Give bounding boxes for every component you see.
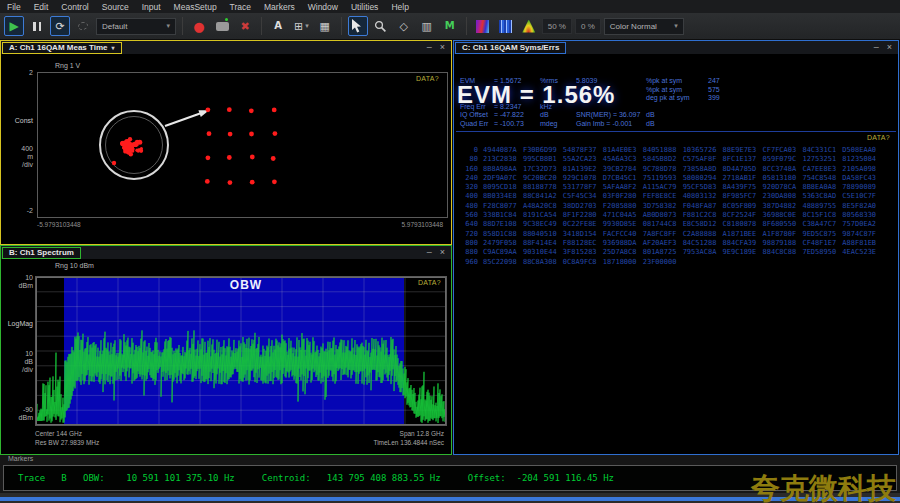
window-a-scale-unit: m — [3, 153, 33, 160]
window-c-data-flag: DATA? — [867, 134, 890, 141]
close-icon[interactable]: × — [440, 43, 445, 52]
window-a-range-label: Rng 1 V — [55, 62, 80, 69]
record-icon[interactable]: ● — [189, 16, 209, 36]
menu-source[interactable]: Source — [102, 2, 129, 12]
spectrum-plot-area[interactable] — [35, 276, 447, 426]
band-bars-icon[interactable]: ▥ — [417, 16, 437, 36]
tab-window-b[interactable]: B: Ch1 Spectrum — [2, 247, 81, 259]
select-cursor-icon[interactable] — [348, 16, 368, 36]
summary-divider — [456, 131, 896, 132]
symbol-table-row: 1608B8A98AA 17C32D73 81A139E2 39CB2784 9… — [460, 165, 896, 174]
waterfall-icon[interactable] — [496, 16, 516, 36]
window-b-data-flag: DATA? — [418, 279, 441, 286]
symbol-table-row: 2402DF9A07C 9C20BC20 929C1078 D7CB45C1 7… — [460, 174, 896, 183]
preset-select-label: Default — [102, 22, 127, 31]
pause-icon[interactable] — [27, 16, 47, 36]
chevron-down-icon: ▾ — [112, 44, 115, 51]
lasso-icon[interactable] — [73, 16, 93, 36]
evm-overlay-readout: EVM = 1.56% — [457, 81, 615, 109]
menu-meassetup[interactable]: MeasSetup — [174, 2, 217, 12]
res-bw-readout: Res BW 27.9839 MHz — [35, 439, 99, 446]
zoom-cursor-icon[interactable] — [371, 16, 391, 36]
color-mode-select-label: Color Normal — [610, 22, 657, 31]
window-b-trace-label: LogMag — [3, 320, 33, 327]
window-b-scale-unit: dB — [3, 358, 33, 365]
window-c-titlebar: C: Ch1 16QAM Syms/Errs – × — [454, 41, 898, 54]
menu-file[interactable]: File — [7, 2, 21, 12]
tab-window-c[interactable]: C: Ch1 16QAM Syms/Errs — [455, 42, 566, 54]
menu-markers[interactable]: Markers — [264, 2, 295, 12]
colormap-icon[interactable] — [519, 16, 539, 36]
window-a-ytop: 2 — [3, 69, 33, 76]
window-b-scale-per: /div — [3, 366, 33, 373]
toolbar-separator — [261, 17, 262, 35]
symbol-table-row: 8002479F058 88F414E4 F88128EC 936988DA A… — [460, 239, 896, 248]
menu-control[interactable]: Control — [61, 2, 88, 12]
play-icon[interactable]: ▶ — [4, 16, 24, 36]
toolbar-separator — [182, 17, 183, 35]
menu-input[interactable]: Input — [142, 2, 161, 12]
window-b-scale-value: 10 — [3, 350, 33, 357]
discard-record-icon[interactable]: ✖ — [235, 16, 255, 36]
color-mode-select[interactable]: Color Normal▾ — [604, 18, 684, 35]
overlap-percent-field[interactable]: 0 % — [575, 18, 601, 34]
menu-utilities[interactable]: Utilities — [351, 2, 378, 12]
text-overlay-icon[interactable]: A — [268, 16, 288, 36]
vsa-application-window: FileEditControlSourceInputMeasSetupTrace… — [0, 0, 900, 503]
symbol-table-row: 64088D7E108 9C38EC49 0C22FE8E 9930D85E 0… — [460, 220, 896, 229]
menu-help[interactable]: Help — [391, 2, 408, 12]
symbol-table-row: 480F28C8077 A48A20C8 38DD2703 F2085880 3… — [460, 202, 896, 211]
symbol-table-row: 96085C22098 88C8A308 0C8A9FC8 18718000 2… — [460, 258, 896, 267]
window-meas-time: A: Ch1 16QAM Meas Time ▾ – × Rng 1 V 2 C… — [0, 40, 452, 245]
window-a-xright: 5.9793103448 — [401, 221, 443, 228]
window-spectrum: B: Ch1 Spectrum – × Rng 10 dBm 10 dBm Lo… — [0, 245, 452, 455]
recorder-icon[interactable] — [212, 16, 232, 36]
symbol-table-row: 80213C2838 995CB8B1 55A2CA23 45A6A3C3 58… — [460, 155, 896, 164]
window-c-title: C: Ch1 16QAM Syms/Errs — [462, 43, 559, 52]
marker-diamond-icon[interactable]: ◇ — [394, 16, 414, 36]
preset-select[interactable]: Default▾ — [96, 18, 176, 35]
constellation-plot-area[interactable] — [37, 72, 448, 218]
window-b-controls: – × — [427, 248, 445, 257]
constellation-trace — [38, 73, 447, 217]
marker-m-icon[interactable]: M — [440, 16, 460, 36]
menu-edit[interactable]: Edit — [34, 2, 49, 12]
center-freq-readout: Center 144 GHz — [35, 430, 82, 437]
toolbar: ▶⟳Default▾●✖A⊞▾▦◇▥M50 %0 %Color Normal▾ — [0, 13, 900, 40]
restart-icon[interactable]: ⟳ — [50, 16, 70, 36]
tab-window-a[interactable]: A: Ch1 16QAM Meas Time ▾ — [2, 42, 122, 54]
spectrum-trace — [36, 277, 446, 425]
window-b-titlebar: B: Ch1 Spectrum – × — [1, 246, 451, 259]
tile-windows-icon[interactable]: ▦ — [315, 16, 335, 36]
window-a-trace-label: Const — [3, 117, 33, 124]
obw-label: OBW — [216, 278, 276, 292]
close-icon[interactable]: × — [887, 43, 892, 52]
window-b-ytop-value: 10 — [3, 274, 33, 281]
grid-layout-icon[interactable]: ⊞▾ — [291, 16, 312, 36]
symbol-table-row: 4008B0334E8 88C841A2 C5F45C34 03F0F280 F… — [460, 192, 896, 201]
close-icon[interactable]: × — [440, 248, 445, 257]
chevron-down-icon: ▾ — [674, 22, 678, 30]
menu-trace[interactable]: Trace — [230, 2, 251, 12]
symbol-table-row: 04944087A F30B6D99 54878F37 81A4E0E3 840… — [460, 146, 896, 155]
minimize-icon[interactable]: – — [874, 43, 879, 52]
zoom-percent-field[interactable]: 50 % — [542, 18, 572, 34]
window-a-titlebar: A: Ch1 16QAM Meas Time ▾ – × — [1, 41, 451, 54]
menu-window[interactable]: Window — [308, 2, 338, 12]
symbol-table-row: 720858D1C88 88040510 3418D154 FACFCC40 7… — [460, 230, 896, 239]
symbol-table-row: 880C9AC89AA 90310E44 3F815283 25D7A8C8 8… — [460, 248, 896, 257]
window-a-title: A: Ch1 16QAM Meas Time — [9, 43, 108, 52]
timelen-readout: TimeLen 136.4844 nSec — [373, 439, 444, 446]
window-c-controls: – × — [874, 43, 892, 52]
window-a-data-flag: DATA? — [416, 75, 439, 82]
window-b-ybottom-unit: dBm — [3, 414, 33, 421]
toolbar-separator — [466, 17, 467, 35]
minimize-icon[interactable]: – — [427, 43, 432, 52]
minimize-icon[interactable]: – — [427, 248, 432, 257]
evm-summary-row: Quad Err= -100.73mdegGain Imb = -0.001dB — [460, 120, 896, 129]
spectrogram-icon[interactable] — [473, 16, 493, 36]
evm-summary-row: IQ Offset= -47.822dBSNR(MER) = 36.097dB — [460, 111, 896, 120]
obw-marker-readout: Trace B OBW: 10 591 101 375.10 Hz Centro… — [4, 473, 614, 483]
window-syms-errs: C: Ch1 16QAM Syms/Errs – × EVM= 1.5672%r… — [453, 40, 899, 455]
window-b-ybottom-value: -90 — [3, 406, 33, 413]
